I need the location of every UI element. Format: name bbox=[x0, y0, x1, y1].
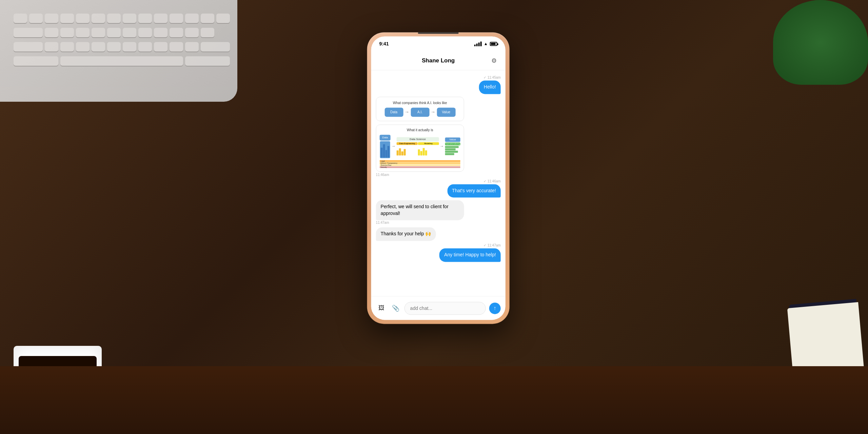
chat-header: Shane Long ⚙ bbox=[371, 51, 506, 70]
ops-label: Operationalizing bbox=[445, 142, 460, 145]
msg-time-hello: 11:45am bbox=[488, 76, 501, 79]
status-time: 9:41 bbox=[379, 41, 389, 46]
home-indicator bbox=[418, 32, 459, 34]
settings-button[interactable]: ⚙ bbox=[489, 56, 499, 65]
keyboard bbox=[0, 0, 237, 102]
gear-icon: ⚙ bbox=[491, 57, 497, 64]
bottom-layers: Legal Ethical / Transparency Historical … bbox=[380, 160, 460, 168]
contact-name: Shane Long bbox=[422, 57, 455, 64]
flow-box-ai: A.I. bbox=[411, 107, 429, 117]
diagram-think-flow: Data → A.I. → Value bbox=[380, 107, 460, 117]
data-vis bbox=[380, 141, 390, 158]
historical-layer: Historical Bias bbox=[380, 164, 460, 166]
msg-bubble-hello: Hello! bbox=[479, 80, 501, 94]
actual-arrow-1: → bbox=[392, 144, 396, 149]
msg-bubble-perfect: Perfect, we will send to client for appr… bbox=[376, 200, 464, 220]
diagram-card-1: What companies think A.I. looks like Dat… bbox=[376, 97, 464, 121]
val-rows bbox=[445, 146, 460, 155]
msg-bubble-thanks: Thanks for your help 🙌 bbox=[376, 228, 436, 241]
message-perfect: Perfect, we will send to client for appr… bbox=[376, 200, 501, 225]
phone-screen: 9:41 ▲ Shane Long bbox=[371, 36, 506, 320]
plant-leaves bbox=[773, 0, 868, 85]
ethics-layer: Ethical / Transparency bbox=[380, 162, 460, 164]
value-label: Value bbox=[445, 137, 460, 142]
actual-data-label: Data bbox=[380, 135, 391, 140]
de-bars bbox=[397, 145, 418, 155]
paperclip-icon: 📎 bbox=[392, 304, 399, 312]
send-button[interactable]: ↑ bbox=[489, 302, 501, 314]
ds-label: Data Science bbox=[397, 137, 439, 141]
diagram-think-title: What companies think A.I. looks like bbox=[380, 101, 460, 105]
flow-arrow-1: → bbox=[405, 109, 409, 115]
diagram-think: What companies think A.I. looks like Dat… bbox=[376, 97, 464, 121]
msg-time-perfect: 11:47am bbox=[376, 221, 391, 225]
msg-time-accurate: 11:46am bbox=[488, 179, 501, 183]
diagram-actual-title: What it actually is bbox=[380, 128, 460, 132]
chat-input[interactable] bbox=[405, 302, 486, 315]
attachment-button[interactable]: 📎 bbox=[390, 303, 401, 314]
ds-sub-mod: Modeling bbox=[418, 142, 439, 155]
actual-data-block: Data bbox=[380, 135, 391, 158]
security-layer: Security bbox=[380, 166, 460, 168]
send-icon: ↑ bbox=[494, 305, 496, 311]
actual-flow: Data bbox=[380, 135, 460, 158]
legal-layer: Legal bbox=[380, 160, 460, 162]
msg-bubble-accurate: That's very accurate! bbox=[447, 184, 501, 198]
image-icon: 🖼 bbox=[378, 304, 384, 312]
diagram-card-2: What it actually is Data bbox=[376, 124, 464, 172]
flow-box-value: Value bbox=[437, 107, 455, 117]
message-hello: ✓ 11:45am Hello! bbox=[376, 76, 501, 94]
value-block: Value Operationalizing bbox=[445, 137, 460, 155]
data-science-block: Data Science Data Engineering bbox=[397, 137, 439, 155]
phone-body: 9:41 ▲ Shane Long bbox=[367, 32, 510, 324]
message-diagram2: What it actually is Data bbox=[376, 124, 501, 177]
plant bbox=[766, 0, 868, 102]
message-thanks: Thanks for your help 🙌 bbox=[376, 228, 501, 241]
msg-meta-anytime: ✓ 11:47am bbox=[484, 243, 501, 247]
chat-messages[interactable]: ✓ 11:45am Hello! What companies think A.… bbox=[371, 70, 506, 296]
status-icons: ▲ bbox=[474, 41, 497, 46]
ds-subcols: Data Engineering bbox=[397, 142, 439, 155]
de-label: Data Engineering bbox=[397, 142, 418, 145]
msg-time-diagram2: 11:46am bbox=[376, 173, 391, 177]
chat-input-bar: 🖼 📎 ↑ bbox=[371, 296, 506, 320]
actual-arrow-2: → bbox=[440, 144, 444, 149]
msg-time-anytime: 11:47am bbox=[488, 243, 501, 247]
phone: 9:41 ▲ Shane Long bbox=[367, 29, 510, 429]
image-button[interactable]: 🖼 bbox=[376, 303, 387, 314]
msg-meta-accurate: ✓ 11:46am bbox=[484, 179, 501, 183]
flow-box-data: Data bbox=[384, 107, 403, 117]
status-bar: 9:41 ▲ bbox=[371, 36, 506, 51]
message-diagram1: What companies think A.I. looks like Dat… bbox=[376, 97, 501, 122]
ds-sub-de: Data Engineering bbox=[397, 142, 418, 155]
diagram-actual: What it actually is Data bbox=[376, 125, 464, 171]
wifi-icon: ▲ bbox=[484, 41, 488, 46]
msg-bubble-anytime: Any time! Happy to help! bbox=[439, 248, 501, 262]
mod-bars bbox=[418, 145, 439, 155]
flow-arrow-2: → bbox=[431, 109, 435, 115]
battery-icon bbox=[490, 42, 497, 46]
signal-bars bbox=[474, 41, 482, 46]
keyboard-keys bbox=[7, 7, 237, 75]
message-anytime: ✓ 11:47am Any time! Happy to help! bbox=[376, 243, 501, 262]
msg-meta-hello: ✓ 11:45am bbox=[484, 76, 501, 79]
message-accurate: ✓ 11:46am That's very accurate! bbox=[376, 179, 501, 198]
mod-label: Modeling bbox=[418, 142, 439, 145]
